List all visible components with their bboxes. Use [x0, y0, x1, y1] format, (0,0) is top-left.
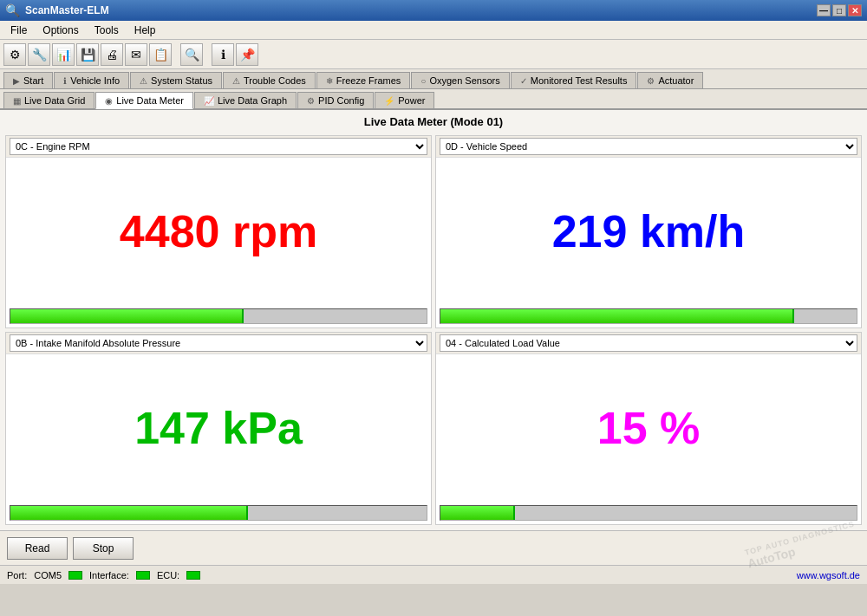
- ecu-label: ECU:: [157, 570, 179, 580]
- meter-speed: 0D - Vehicle Speed 0C - Engine RPM 0B - …: [435, 135, 862, 328]
- toolbar-btn-6[interactable]: ✉: [125, 43, 147, 66]
- meter-load-selector[interactable]: 04 - Calculated Load Value 0C - Engine R…: [440, 334, 857, 352]
- meter-load: 04 - Calculated Load Value 0C - Engine R…: [435, 332, 862, 525]
- meter-rpm-selector[interactable]: 0C - Engine RPM 0D - Vehicle Speed 0B - …: [10, 138, 427, 155]
- tab-oxygen-sensors[interactable]: ○ Oxygen Sensors: [411, 72, 509, 88]
- bottom-area: Read Stop TOP AUTO DIAGNOSTICS AutoTop: [0, 530, 867, 565]
- toolbar-btn-5[interactable]: 🖨: [101, 43, 123, 66]
- port-label: Port:: [7, 570, 27, 580]
- live-data-meter-icon: ◉: [105, 96, 113, 106]
- interface-indicator: [136, 571, 150, 580]
- minimize-button[interactable]: —: [817, 4, 831, 16]
- pid-config-icon: ⚙: [307, 96, 315, 106]
- start-icon: ▶: [13, 76, 20, 86]
- tab-live-data-graph[interactable]: 📈 Live Data Graph: [194, 92, 297, 108]
- toolbar-btn-9[interactable]: ℹ: [212, 43, 234, 66]
- meter-load-progress: [440, 505, 857, 521]
- toolbar-btn-10[interactable]: 📌: [236, 43, 258, 66]
- nav-tabs-row2: ▦ Live Data Grid ◉ Live Data Meter 📈 Liv…: [0, 89, 867, 110]
- tab-freeze-frames[interactable]: ❄ Freeze Frames: [316, 72, 411, 88]
- meter-grid: 0C - Engine RPM 0D - Vehicle Speed 0B - …: [5, 135, 862, 525]
- port-indicator: [68, 571, 82, 580]
- tab-start[interactable]: ▶ Start: [3, 72, 53, 88]
- live-data-graph-icon: 📈: [204, 96, 214, 106]
- meter-speed-value-area: 219 km/h: [436, 158, 861, 305]
- toolbar: ⚙ 🔧 📊 💾 🖨 ✉ 📋 🔍 ℹ 📌: [0, 40, 867, 69]
- meter-speed-value: 219 km/h: [552, 205, 746, 257]
- maximize-button[interactable]: □: [832, 4, 846, 16]
- tab-actuator-label: Actuator: [658, 75, 694, 86]
- tab-power-label: Power: [398, 95, 425, 106]
- actuator-icon: ⚙: [647, 76, 655, 86]
- meter-speed-header: 0D - Vehicle Speed 0C - Engine RPM 0B - …: [436, 136, 861, 158]
- live-data-grid-icon: ▦: [13, 96, 21, 106]
- meter-speed-progress: [440, 308, 857, 324]
- tab-start-label: Start: [23, 75, 43, 86]
- tab-power[interactable]: ⚡ Power: [375, 92, 434, 108]
- tab-live-data-grid[interactable]: ▦ Live Data Grid: [3, 92, 95, 108]
- tab-trouble-codes[interactable]: ⚠ Trouble Codes: [223, 72, 316, 88]
- tab-pid-config[interactable]: ⚙ PID Config: [297, 92, 374, 108]
- menu-help[interactable]: Help: [127, 23, 163, 38]
- meter-pressure: 0B - Intake Manifold Absolute Pressure 0…: [5, 332, 432, 525]
- nav-tabs-row1: ▶ Start ℹ Vehicle Info ⚠ System Status ⚠…: [0, 69, 867, 89]
- oxygen-sensors-icon: ○: [420, 76, 426, 86]
- toolbar-btn-3[interactable]: 📊: [52, 43, 75, 66]
- tab-oxygen-sensors-label: Oxygen Sensors: [429, 75, 499, 86]
- meter-load-fill: [440, 506, 515, 520]
- main-title: Live Data Meter (Mode 01): [5, 115, 862, 128]
- tab-vehicle-info-label: Vehicle Info: [70, 75, 120, 86]
- meter-pressure-fill: [10, 506, 248, 520]
- meter-rpm-value-area: 4480 rpm: [6, 158, 431, 305]
- meter-pressure-value-area: 147 kPa: [6, 354, 431, 502]
- read-button[interactable]: Read: [7, 537, 68, 560]
- system-status-icon: ⚠: [140, 76, 147, 86]
- tab-actuator[interactable]: ⚙ Actuator: [637, 72, 703, 88]
- ecu-indicator: [186, 571, 200, 580]
- title-bar-left: 🔍 ScanMaster-ELM: [5, 3, 109, 17]
- stop-button[interactable]: Stop: [73, 537, 134, 560]
- toolbar-btn-2[interactable]: 🔧: [28, 43, 50, 66]
- meter-rpm-header: 0C - Engine RPM 0D - Vehicle Speed 0B - …: [6, 136, 431, 158]
- tab-live-data-meter[interactable]: ◉ Live Data Meter: [95, 92, 193, 109]
- tab-trouble-codes-label: Trouble Codes: [244, 75, 306, 86]
- meter-rpm-fill: [10, 309, 244, 323]
- power-icon: ⚡: [384, 96, 394, 106]
- tab-live-data-meter-label: Live Data Meter: [116, 95, 184, 106]
- tab-system-status-label: System Status: [151, 75, 212, 86]
- meter-pressure-selector[interactable]: 0B - Intake Manifold Absolute Pressure 0…: [10, 334, 427, 352]
- main-content: Live Data Meter (Mode 01) 0C - Engine RP…: [0, 110, 867, 530]
- title-bar-controls[interactable]: — □ ✕: [817, 4, 862, 16]
- toolbar-btn-1[interactable]: ⚙: [3, 43, 26, 66]
- meter-rpm-progress: [10, 308, 427, 324]
- meter-pressure-value: 147 kPa: [134, 402, 303, 454]
- tab-pid-config-label: PID Config: [318, 95, 364, 106]
- menu-options[interactable]: Options: [36, 23, 85, 38]
- meter-load-value-area: 15 %: [436, 354, 861, 502]
- meter-load-value: 15 %: [597, 402, 701, 454]
- website-link: www.wgsoft.de: [797, 570, 860, 580]
- vehicle-info-icon: ℹ: [63, 76, 67, 86]
- meter-speed-fill: [440, 309, 794, 323]
- port-value: COM5: [34, 570, 62, 580]
- meter-speed-selector[interactable]: 0D - Vehicle Speed 0C - Engine RPM 0B - …: [440, 138, 857, 155]
- menu-bar: File Options Tools Help: [0, 21, 867, 40]
- tab-system-status[interactable]: ⚠ System Status: [130, 72, 222, 88]
- monitored-results-icon: ✓: [520, 76, 527, 86]
- toolbar-btn-8[interactable]: 🔍: [180, 43, 203, 66]
- close-button[interactable]: ✕: [848, 4, 862, 16]
- interface-label: Interface:: [89, 570, 129, 580]
- toolbar-btn-7[interactable]: 📋: [149, 43, 172, 66]
- tab-vehicle-info[interactable]: ℹ Vehicle Info: [54, 72, 129, 88]
- tab-live-data-graph-label: Live Data Graph: [218, 95, 287, 106]
- menu-tools[interactable]: Tools: [88, 23, 126, 38]
- title-bar: 🔍 ScanMaster-ELM — □ ✕: [0, 0, 867, 21]
- status-bar: Port: COM5 Interface: ECU: www.wgsoft.de: [0, 565, 867, 584]
- menu-file[interactable]: File: [3, 23, 34, 38]
- meter-rpm: 0C - Engine RPM 0D - Vehicle Speed 0B - …: [5, 135, 432, 328]
- app-title: ScanMaster-ELM: [25, 4, 109, 16]
- toolbar-btn-4[interactable]: 💾: [76, 43, 99, 66]
- meter-pressure-header: 0B - Intake Manifold Absolute Pressure 0…: [6, 333, 431, 354]
- tab-freeze-frames-label: Freeze Frames: [336, 75, 401, 86]
- tab-monitored-results[interactable]: ✓ Monitored Test Results: [511, 72, 637, 88]
